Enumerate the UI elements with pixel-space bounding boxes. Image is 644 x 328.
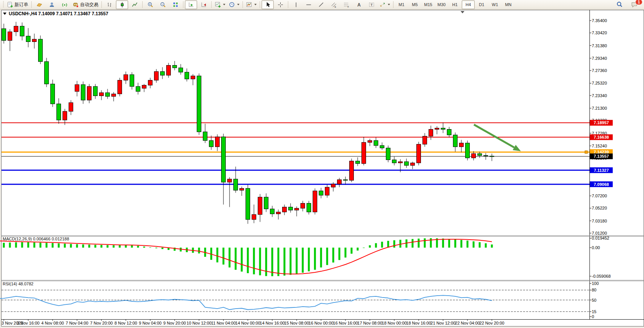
candle [136,86,140,91]
hline-handle[interactable] [585,151,588,154]
timeframe-w1[interactable]: W1 [488,0,501,9]
autotrading-button[interactable]: 自动交易 [71,0,100,9]
candle [411,163,415,166]
text-label-icon: T [368,2,375,8]
candle [490,156,494,157]
candle [173,65,177,68]
templates-button[interactable] [244,0,258,9]
text-button[interactable]: A [353,0,365,9]
auto-scroll-button[interactable] [185,0,197,9]
crosshair-icon [277,2,284,8]
candle [124,75,128,80]
dropdown-arrow [254,4,257,5]
candle [344,180,348,181]
candle [222,137,226,182]
template-chart-icon [246,2,252,8]
candle [118,80,122,94]
metaeditor-button[interactable] [33,0,45,9]
equidistant-channel-button[interactable]: E [328,0,340,9]
periods-button[interactable] [227,0,241,9]
svg-text:7.15240: 7.15240 [592,144,607,148]
svg-text:7.01200: 7.01200 [592,231,607,235]
candle [203,132,207,141]
timeframe-m15[interactable]: M15 [422,0,435,9]
fibonacci-button[interactable]: F [340,0,352,9]
horizontal-line-icon [305,2,312,8]
candle [112,94,116,97]
svg-text:8 Nov 12:00: 8 Nov 12:00 [114,321,137,325]
candle [301,203,305,208]
svg-text:4 Nov 08:00: 4 Nov 08:00 [41,321,64,325]
crosshair-button[interactable] [274,0,286,9]
timeframe-m5[interactable]: M5 [408,0,421,9]
search-button[interactable] [613,0,626,9]
timeframe-d1[interactable]: D1 [475,0,488,9]
candle [106,93,110,96]
chart-area[interactable]: 7.354007.334207.313807.293407.273607.253… [0,0,644,328]
candle [45,62,49,84]
svg-text:7.11327: 7.11327 [594,168,609,173]
svg-text:11 Nov 04:00: 11 Nov 04:00 [211,321,236,325]
separator [211,1,212,8]
tile-windows-icon [172,2,179,8]
candle [14,26,18,32]
timeframe-m1[interactable]: M1 [395,0,408,9]
notifications-button[interactable]: 1 [628,0,640,9]
svg-text:16 Nov 16:00: 16 Nov 16:00 [333,321,358,325]
candle [276,212,281,214]
svg-text:18 Nov 00:00: 18 Nov 00:00 [382,321,406,325]
zoom-out-button[interactable] [157,0,169,9]
svg-text:9 Nov 20:00: 9 Nov 20:00 [163,321,186,325]
trendline-button[interactable] [315,0,327,9]
svg-text:21 Nov 12:00: 21 Nov 12:00 [430,321,455,325]
cursor-button[interactable] [262,0,274,9]
candle [289,207,293,210]
candle [75,85,79,91]
signal-icon [61,2,68,8]
candle [429,130,433,136]
arrows-button[interactable] [378,0,392,9]
main-toolbar: 新订单 自动交易 [0,0,644,10]
timeframe-mn[interactable]: MN [502,0,515,9]
separator [393,1,393,8]
separator [101,1,102,8]
bar-chart-button[interactable] [103,0,116,9]
dropdown-arrow [237,4,239,5]
timeframe-h4[interactable]: H4 [462,0,475,9]
strategy-tester-button[interactable] [46,0,58,9]
indicators-button[interactable] [213,0,227,9]
candle [39,39,43,62]
candlestick-chart-button[interactable] [116,0,128,9]
text-label-button[interactable]: T [365,0,377,9]
expert-person-icon [49,2,55,8]
separator [31,1,32,8]
vertical-line-button[interactable] [290,0,302,9]
candle [264,197,268,209]
signals-button[interactable] [58,0,71,9]
candle [57,104,61,120]
candle [51,84,55,104]
tile-windows-button[interactable] [169,0,181,9]
svg-text:7.33420: 7.33420 [592,30,607,35]
toolbar-grip[interactable] [2,1,4,8]
indicators-icon [215,2,221,8]
autotrading-icon [72,2,79,8]
candle [252,214,256,219]
candlestick-chart-icon [119,2,125,8]
line-chart-button[interactable] [128,0,141,9]
svg-text:7.21300: 7.21300 [592,106,607,110]
zoom-in-button[interactable] [144,0,156,9]
horizontal-line-button[interactable] [302,0,315,9]
chart-shift-button[interactable] [198,0,210,9]
new-order-button[interactable]: 新订单 [5,0,30,9]
chart-shift-icon [201,2,207,8]
new-order-label: 新订单 [14,2,28,8]
timeframe-h1[interactable]: H1 [448,0,461,9]
timeframe-m30[interactable]: M30 [435,0,448,9]
candle [405,162,409,165]
svg-text:E: E [334,5,336,8]
line-chart-icon [132,2,138,8]
mt4-window: { "toolbar": { "new_order": "新订单", "auto… [0,0,644,328]
bar-chart-icon [106,2,113,8]
svg-text:9 Nov 04:00: 9 Nov 04:00 [139,321,161,325]
